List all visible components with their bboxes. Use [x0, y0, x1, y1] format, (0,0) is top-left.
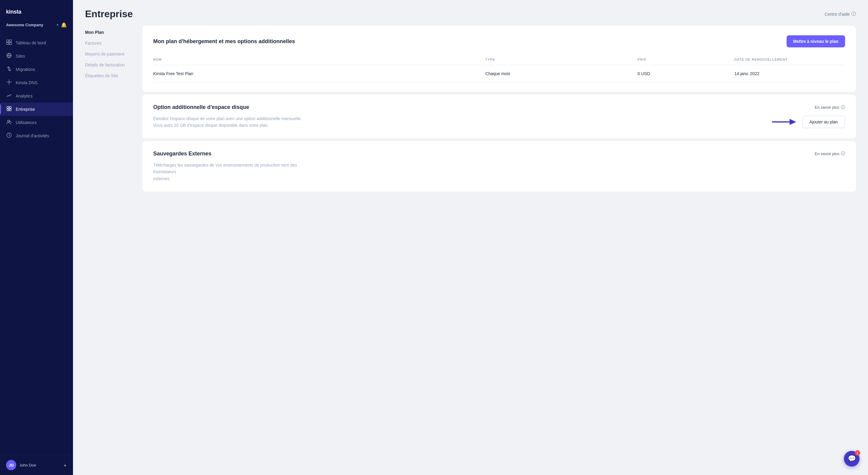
- sidebar-item-utilisateurs[interactable]: Utilisateurs: [0, 116, 73, 129]
- disk-info-icon: ⓘ: [841, 105, 845, 110]
- col-header-type: TYPE: [485, 55, 638, 65]
- chat-bubble[interactable]: 💬 1: [844, 451, 860, 467]
- sidebar: kinsta Awesome Company ▾ 🔔 Tableau de bo…: [0, 0, 73, 475]
- svg-marker-16: [789, 119, 796, 125]
- main-area: Entreprise Centre d'aide ⓘ Mon PlanFactu…: [73, 0, 868, 475]
- disk-learn-more-link[interactable]: En savoir plus ⓘ: [815, 105, 845, 110]
- nav-icon-utilisateurs: [6, 119, 12, 126]
- backup-learn-more-label: En savoir plus: [815, 151, 839, 156]
- disk-addon-card: Option additionnelle d'espace disque En …: [142, 94, 856, 139]
- company-name: Awesome Company: [6, 23, 54, 27]
- table-row: Kinsta Free Test Plan Chaque mois 0 USD …: [153, 65, 845, 82]
- sub-nav-item-etiquettes-site[interactable]: Étiquettes de Site: [85, 70, 142, 81]
- nav-icon-kinsta-dns: [6, 79, 12, 86]
- svg-rect-1: [7, 40, 9, 42]
- disk-addon-action: Ajouter au plan: [772, 116, 845, 128]
- page-title: Entreprise: [85, 8, 133, 20]
- svg-rect-11: [7, 109, 9, 111]
- chevron-up-icon: ▲: [63, 463, 67, 467]
- disk-desc-line2: Vous avez 10 GB d'espace disque disponib…: [153, 122, 302, 128]
- backup-addon-card: Sauvegardes Externes En savoir plus ⓘ Té…: [142, 141, 856, 191]
- svg-rect-9: [7, 107, 9, 108]
- help-link[interactable]: Centre d'aide ⓘ: [825, 11, 856, 17]
- sidebar-item-journal[interactable]: Journal d'activités: [0, 129, 73, 143]
- avatar: JD: [6, 460, 16, 470]
- sidebar-item-analytics[interactable]: Analytics: [0, 89, 73, 102]
- user-name: John Doe: [19, 463, 60, 468]
- disk-addon-title: Option additionnelle d'espace disque: [153, 104, 249, 111]
- active-indicator: [0, 105, 1, 114]
- plan-name-cell: Kinsta Free Test Plan: [153, 65, 485, 82]
- backup-addon-description: Téléchargez les sauvegardes de vos envir…: [153, 162, 310, 182]
- sidebar-item-label-sites: Sites: [16, 54, 25, 59]
- main-panel: Mon plan d'hébergement et mes options ad…: [142, 26, 856, 463]
- kinsta-logo: kinsta: [6, 7, 36, 19]
- disk-learn-more-label: En savoir plus: [815, 105, 839, 110]
- plan-table: NOM TYPE PRIX DATE DE RENOUVELLEMENT Kin…: [153, 55, 845, 82]
- col-header-prix: PRIX: [638, 55, 734, 65]
- chevron-down-icon: ▾: [57, 23, 59, 27]
- sidebar-item-label-entreprise: Entreprise: [16, 107, 35, 112]
- svg-point-8: [8, 82, 10, 83]
- chat-icon: 💬: [848, 455, 856, 463]
- company-selector[interactable]: Awesome Company ▾ 🔔: [0, 19, 73, 34]
- plan-card: Mon plan d'hébergement et mes options ad…: [142, 26, 856, 92]
- backup-info-icon: ⓘ: [841, 151, 845, 156]
- svg-rect-4: [9, 42, 11, 44]
- sidebar-item-entreprise[interactable]: Entreprise: [0, 102, 73, 116]
- sidebar-item-label-analytics: Analytics: [16, 94, 33, 98]
- nav-icon-entreprise: [6, 106, 12, 113]
- plan-type-cell: Chaque mois: [485, 65, 638, 82]
- chat-badge: 1: [855, 450, 860, 456]
- col-header-nom: NOM: [153, 55, 485, 65]
- backup-learn-more-link[interactable]: En savoir plus ⓘ: [815, 151, 845, 156]
- sidebar-item-label-tableau-de-bord: Tableau de bord: [16, 40, 46, 45]
- nav-icon-sites: [6, 53, 12, 59]
- svg-rect-2: [9, 40, 11, 42]
- content-area: Mon PlanFacturesMoyens de paiementDétail…: [73, 26, 868, 475]
- plan-card-title: Mon plan d'hébergement et mes options ad…: [153, 38, 295, 44]
- help-label: Centre d'aide: [825, 12, 849, 17]
- add-to-plan-button[interactable]: Ajouter au plan: [802, 116, 845, 128]
- sidebar-item-label-utilisateurs: Utilisateurs: [16, 120, 36, 125]
- sub-navigation: Mon PlanFacturesMoyens de paiementDétail…: [85, 26, 142, 463]
- sub-nav-item-details-facturation[interactable]: Détails de facturation: [85, 59, 142, 70]
- sidebar-item-tableau-de-bord[interactable]: Tableau de bord: [0, 36, 73, 50]
- backup-desc-line1: Téléchargez les sauvegardes de vos envir…: [153, 162, 310, 175]
- plan-date-cell: 14 janv. 2022: [734, 65, 845, 82]
- svg-rect-3: [7, 42, 9, 44]
- disk-addon-header: Option additionnelle d'espace disque En …: [153, 104, 845, 111]
- sub-nav-item-mon-plan[interactable]: Mon Plan: [85, 27, 142, 38]
- svg-rect-12: [9, 109, 11, 111]
- plan-card-header: Mon plan d'hébergement et mes options ad…: [153, 35, 845, 48]
- logo-area: kinsta: [0, 0, 73, 19]
- svg-rect-10: [9, 107, 11, 108]
- user-footer[interactable]: JD John Doe ▲: [0, 455, 73, 475]
- backup-addon-header: Sauvegardes Externes En savoir plus ⓘ: [153, 151, 845, 157]
- disk-addon-description: Étendez l'espace disque de votre plan av…: [153, 115, 302, 129]
- sub-nav-item-moyens-de-paiement[interactable]: Moyens de paiement: [85, 49, 142, 59]
- sidebar-item-label-migrations: Migrations: [16, 67, 35, 72]
- sidebar-item-migrations[interactable]: Migrations: [0, 63, 73, 76]
- plan-price-cell: 0 USD: [638, 65, 734, 82]
- arrow-right-icon: [772, 118, 796, 126]
- sidebar-item-label-journal: Journal d'activités: [16, 133, 49, 138]
- upgrade-plan-button[interactable]: Mettre à niveau le plan: [786, 35, 845, 48]
- sidebar-item-kinsta-dns[interactable]: Kinsta DNS: [0, 76, 73, 89]
- nav-icon-tableau-de-bord: [6, 39, 12, 46]
- disk-addon-body: Étendez l'espace disque de votre plan av…: [153, 115, 845, 129]
- svg-point-13: [7, 120, 9, 122]
- nav-icon-analytics: [6, 93, 12, 99]
- disk-desc-line1: Étendez l'espace disque de votre plan av…: [153, 115, 302, 122]
- bell-icon[interactable]: 🔔: [61, 22, 67, 28]
- nav-icon-migrations: [6, 66, 12, 73]
- sidebar-item-label-kinsta-dns: Kinsta DNS: [16, 80, 37, 85]
- page-header: Entreprise Centre d'aide ⓘ: [73, 0, 868, 26]
- backup-addon-title: Sauvegardes Externes: [153, 151, 211, 157]
- sidebar-item-sites[interactable]: Sites: [0, 50, 73, 63]
- col-header-date: DATE DE RENOUVELLEMENT: [734, 55, 845, 65]
- sidebar-nav: Tableau de bordSitesMigrationsKinsta DNS…: [0, 34, 73, 455]
- help-circle-icon: ⓘ: [851, 11, 856, 17]
- backup-desc-line2: externes.: [153, 175, 310, 182]
- sub-nav-item-factures[interactable]: Factures: [85, 38, 142, 49]
